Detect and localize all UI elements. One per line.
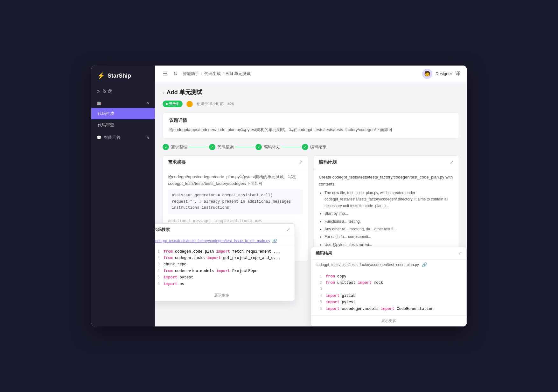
requirement-code-snippet: assistant_generator = openai_assistant_c… <box>168 189 303 214</box>
back-button[interactable]: ‹ <box>163 90 164 95</box>
group-arrow-icon: ∨ <box>147 101 150 105</box>
meta-created: 创建于19小时前 <box>197 101 224 107</box>
robot-icon: 🤖 <box>96 101 101 105</box>
issue-card: 议题详情 给codegpt/apps/codegen/code_plan.py写… <box>163 112 459 139</box>
step-check-3: ✓ <box>255 144 262 150</box>
requirement-panel-header: 需求摘要 ⤢ <box>163 156 308 169</box>
issue-card-body: 给codegpt/apps/codegen/code_plan.py写pytes… <box>169 127 452 133</box>
coding-plan-header: 编码计划 ⤢ <box>314 156 459 169</box>
badge-dot <box>166 103 168 105</box>
qa-icon: 💬 <box>96 135 101 140</box>
code-search-panel: 代码搜索 ⤢ codegpt_tests/tests/tests_factory… <box>155 223 295 301</box>
fp-code-line-5: 5 import pytest <box>155 274 290 281</box>
plan-item-3: Functions a... testing. <box>324 218 454 225</box>
result-code-block: 1 from copy 2 from unittest import mock … <box>311 270 466 315</box>
plan-item-1: The new file, test_code_plan.py, will be… <box>324 190 454 209</box>
coding-plan-expand-button[interactable]: ⤢ <box>450 160 454 165</box>
fp-result-title: 编码结果 <box>316 250 332 256</box>
sidebar-qa-header[interactable]: 💬 智能问答 ∨ <box>91 132 155 143</box>
page-title-row: ‹ Add 单元测试 <box>163 88 459 96</box>
step-line-3 <box>282 147 301 147</box>
step-label-4: 编码结果 <box>310 144 327 150</box>
fp-code-block: 1 from codegen.code_plan import fetch_re… <box>155 246 295 290</box>
result-file-row: codegpt_tests/tests/tests_factory/codege… <box>311 260 466 270</box>
result-show-more-button[interactable]: 展示更多 <box>311 315 466 326</box>
result-code-line-3: 3 <box>316 286 462 292</box>
fp-file-name: codegpt_tests/tests/tests_factory/codege… <box>155 239 270 243</box>
sidebar-item-codereview-label: 代码审查 <box>98 122 114 127</box>
fp-result-expand[interactable]: ⤢ <box>458 251 462 256</box>
sidebar: ⚡ StarShip ⊙ 仪 盘 🤖 ∨ 代码生成 代码审查 <box>91 66 155 326</box>
breadcrumb: 智能助手 / 代码生成 / Add 单元测试 <box>183 71 251 77</box>
step-1: ✓ 需求整理 <box>163 144 187 150</box>
requirement-content: 给codegpt/apps/codegen/code_plan.py写pytes… <box>168 174 303 187</box>
sidebar-item-qa-label: 智能问答 <box>104 135 121 140</box>
result-link-icon: 🔗 <box>422 262 427 267</box>
dashboard-label: 仪 盘 <box>102 88 112 94</box>
logo: ⚡ StarShip <box>91 66 155 86</box>
sidebar-group-header[interactable]: 🤖 ∨ <box>91 98 155 108</box>
breadcrumb-item-1[interactable]: 智能助手 <box>183 71 199 77</box>
fp-code-line-3: 3 chunk_repo <box>155 261 290 268</box>
step-2: ✓ 代码搜索 <box>209 144 234 150</box>
step-check-4: ✓ <box>302 144 308 150</box>
result-code-line-6: 6 import oscodegen.models import CodeGen… <box>316 306 462 312</box>
sidebar-item-codereview[interactable]: 代码审查 <box>91 119 155 131</box>
code-line-1: assistant_generator = openai_assistant_c… <box>172 192 299 199</box>
fp-file-link[interactable]: codegpt_tests/tests/tests_factory/codege… <box>155 236 295 246</box>
result-code-line-1: 1 from copy <box>316 273 462 280</box>
fp-code-line-2: 2 from codegen.tasks import get_project_… <box>155 255 290 261</box>
translate-button[interactable]: 译 <box>455 70 460 77</box>
plan-item-5: For each fu... correspondi... <box>324 234 454 240</box>
fp-code-line-1: 1 from codegen.code_plan import fetch_re… <box>155 248 290 255</box>
requirement-expand-button[interactable]: ⤢ <box>299 160 303 165</box>
status-badge-label: 开放中 <box>169 102 179 106</box>
plan-item-4: Any other re... mocking, da... other tes… <box>324 226 454 232</box>
fp-search-expand[interactable]: ⤢ <box>287 227 290 232</box>
dashboard-item[interactable]: ⊙ 仪 盘 <box>91 86 155 97</box>
sidebar-item-codegen-label: 代码生成 <box>98 111 114 116</box>
content-area: ‹ Add 单元测试 开放中 创建于19小时前 #26 议题详情 给codegp… <box>155 82 467 326</box>
coding-plan-panel: 编码计划 ⤢ Create codegpt_tests/tests/tests_… <box>313 155 459 262</box>
menu-button[interactable]: ☰ <box>161 69 168 78</box>
avatar: 🧑 <box>422 69 432 79</box>
refresh-button[interactable]: ↻ <box>172 69 179 78</box>
coding-plan-intro: Create codegpt_tests/tests/tests_factory… <box>319 174 454 188</box>
issue-card-title: 议题详情 <box>169 118 452 123</box>
step-line-2 <box>235 147 254 147</box>
sidebar-group-codegen: 🤖 ∨ 代码生成 代码审查 <box>91 98 155 131</box>
result-code-line-5: 5 import pytest <box>316 299 462 305</box>
page-title: Add 单元测试 <box>167 88 202 96</box>
code-line-2: request="", # already present in additio… <box>172 199 299 205</box>
logo-icon: ⚡ <box>97 72 105 80</box>
topbar-left: ☰ ↻ 智能助手 / 代码生成 / Add 单元测试 <box>161 69 251 78</box>
main-area: ☰ ↻ 智能助手 / 代码生成 / Add 单元测试 🧑 Designer 译 <box>155 66 467 326</box>
fp-search-header: 代码搜索 ⤢ <box>155 224 295 236</box>
step-check-1: ✓ <box>163 144 169 150</box>
breadcrumb-sep-1: / <box>201 71 202 76</box>
step-label-2: 代码搜索 <box>217 144 234 150</box>
fp-result-header: 编码结果 ⤢ <box>311 247 466 260</box>
fp-search-title: 代码搜索 <box>155 227 170 233</box>
dashboard-icon: ⊙ <box>96 89 100 94</box>
fp-show-more-label: 展示更多 <box>214 293 229 298</box>
sidebar-item-codegen[interactable]: 代码生成 <box>91 108 155 119</box>
code-result-panel: 编码结果 ⤢ codegpt_tests/tests/tests_factory… <box>311 247 467 326</box>
requirement-panel-title: 需求摘要 <box>168 159 186 165</box>
step-line-1 <box>189 147 208 147</box>
result-code-line-2: 2 from unittest import mock <box>316 280 462 286</box>
step-label-1: 需求整理 <box>171 144 187 150</box>
topbar-right: 🧑 Designer 译 <box>422 69 460 79</box>
user-name: Designer <box>436 71 452 76</box>
step-3: ✓ 编码计划 <box>255 144 280 150</box>
breadcrumb-item-2[interactable]: 代码生成 <box>204 71 221 77</box>
link-icon: 🔗 <box>272 239 277 243</box>
fp-show-more-button[interactable]: 展示更多 <box>155 290 295 301</box>
result-show-more-label: 展示更多 <box>381 318 396 324</box>
status-badge: 开放中 <box>163 101 183 107</box>
qa-arrow-icon: ∨ <box>147 135 150 140</box>
code-line-3: instructions=instructions, <box>172 205 299 211</box>
result-code-line-4: 4 import gitlab <box>316 293 462 299</box>
meta-row: 开放中 创建于19小时前 #26 <box>163 101 459 107</box>
step-label-3: 编码计划 <box>264 144 280 150</box>
